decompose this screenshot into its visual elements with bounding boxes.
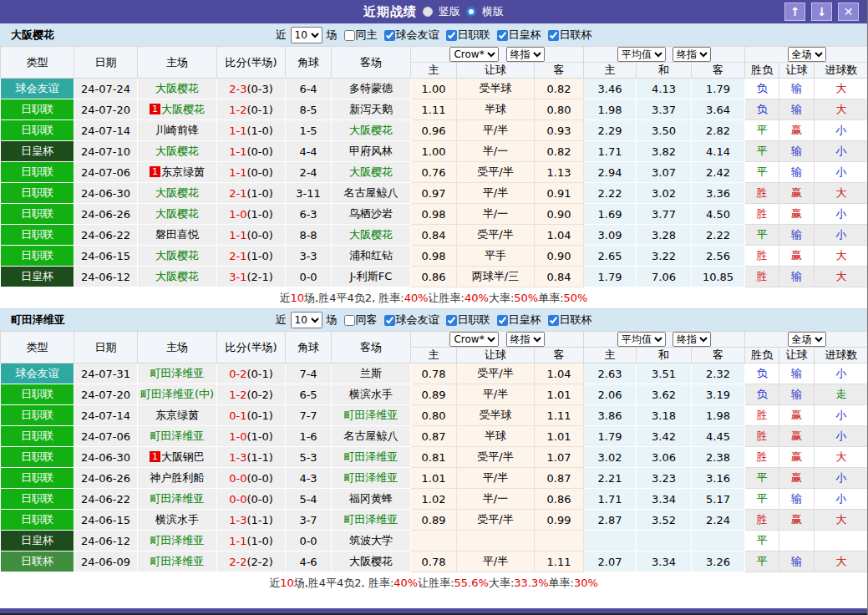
full-game-select[interactable]: 全场 — [788, 332, 826, 347]
col-result-wdl: 胜负 — [745, 63, 779, 79]
team-name: 福冈黄蜂 — [349, 492, 393, 505]
score-cell: 1-2(0-2) — [217, 384, 286, 405]
corner-cell: 8-5 — [286, 99, 332, 120]
halftime-score: (0-1) — [246, 104, 272, 116]
result-wdl-cell: 胜 — [745, 510, 779, 531]
match-row: 日职联24-06-22磐田喜悦1-1(0-0)8-8大阪樱花0.84受平/半1.… — [1, 225, 868, 246]
result-wdl-cell: 平 — [745, 489, 779, 510]
league-emperor-cup-checkbox[interactable] — [497, 315, 508, 326]
full-game-select[interactable]: 全场 — [788, 47, 826, 62]
focus-team-name: 町田泽维亚 — [150, 367, 205, 379]
odds-away-cell: 0.90 — [535, 246, 584, 267]
team-name: 筑波大学 — [349, 534, 393, 546]
focus-team-name: 大阪樱花 — [349, 228, 393, 241]
recent-count-select[interactable]: 10 — [291, 312, 322, 328]
final-index-select[interactable]: 终指 — [673, 47, 711, 62]
handicap-cell: 受平/半 — [457, 162, 535, 183]
league-j-cup-checkbox[interactable] — [548, 30, 559, 41]
rank-badge: 1 — [150, 451, 160, 462]
col-away: 客场 — [332, 47, 411, 79]
col-result-handicap: 让球 — [779, 348, 815, 363]
same-venue-checkbox[interactable] — [344, 30, 355, 41]
league-emperor-cup-checkbox[interactable] — [497, 30, 508, 41]
avg-away-cell: 2.24 — [692, 510, 745, 531]
avg-draw-cell: 3.28 — [637, 225, 692, 246]
match-row: 日职联24-06-26神户胜利船0-0(0-0)4-3町田泽维亚1.01平/半0… — [1, 468, 868, 489]
odds-away-cell: 0.90 — [535, 204, 584, 225]
move-up-button[interactable]: ↑ — [784, 3, 805, 21]
summary-text: 场,胜4平4负2, 胜率: — [294, 576, 394, 591]
handicap-cell: 半/一 — [457, 489, 535, 510]
horizontal-layout-radio[interactable] — [466, 7, 476, 17]
halftime-score: (0-0) — [246, 166, 272, 179]
col-date: 日期 — [74, 47, 138, 79]
recent-count-select[interactable]: 10 — [291, 27, 322, 43]
avg-away-cell: 4.50 — [692, 204, 745, 225]
team-name: 横滨水手 — [155, 513, 199, 526]
same-venue-checkbox[interactable] — [344, 315, 355, 326]
summary-text: 让胜率: — [418, 576, 454, 591]
league-emperor-cup-label: 日皇杯 — [509, 313, 541, 328]
avg-away-cell: 3.26 — [692, 551, 745, 572]
match-row: 日皇杯24-06-12町田泽维亚1-1(1-0)0-0筑波大学平 — [1, 531, 868, 551]
fulltime-score: 1-1 — [229, 125, 246, 137]
score-cell: 1-1(0-0) — [217, 162, 286, 183]
final-index-select[interactable]: 终指 — [506, 332, 545, 347]
league-friendly-checkbox[interactable] — [384, 30, 395, 41]
col-odds-away: 客 — [535, 63, 584, 79]
home-team-cell: 大阪樱花 — [138, 183, 217, 204]
score-cell: 1-1(0-0) — [217, 225, 286, 246]
vertical-layout-radio[interactable] — [423, 7, 433, 17]
avg-draw-cell: 3.37 — [637, 99, 692, 120]
fulltime-score: 1-1 — [229, 535, 246, 547]
result-wdl-cell: 平 — [745, 141, 779, 162]
team-name: 磐田喜悦 — [155, 228, 199, 241]
bookmaker-select[interactable]: Crow* — [449, 47, 499, 62]
avg-away-cell: 5.17 — [692, 489, 745, 510]
corner-cell: 0-0 — [286, 531, 332, 551]
average-select[interactable]: 平均值 — [617, 332, 666, 347]
score-cell: 1-3(1-1) — [217, 510, 286, 531]
odds-away-cell: 1.01 — [535, 426, 584, 447]
match-row: 日职联24-06-22町田泽维亚0-0(0-0)5-4福冈黄蜂1.02半/一0.… — [1, 489, 868, 510]
odds-home-cell: 1.00 — [411, 141, 457, 162]
type-cell: 日职联 — [1, 447, 74, 468]
col-home: 主场 — [138, 332, 217, 363]
score-cell: 1-0(1-0) — [217, 204, 286, 225]
fulltime-score: 0-0 — [229, 472, 246, 485]
fulltime-score: 1-1 — [229, 229, 246, 241]
avg-away-cell: 4.14 — [692, 141, 745, 162]
home-team-cell: 町田泽维亚 — [138, 426, 217, 447]
bookmaker-select[interactable]: Crow* — [449, 332, 499, 347]
odds-home-cell — [411, 531, 457, 551]
fulltime-score: 3-1 — [229, 271, 246, 283]
average-select[interactable]: 平均值 — [617, 47, 666, 62]
league-j-cup-checkbox[interactable] — [548, 315, 559, 326]
avg-draw-cell: 3.18 — [637, 405, 692, 426]
close-button[interactable]: ✕ — [838, 3, 859, 21]
fulltime-score: 1-2 — [229, 104, 246, 116]
away-team-cell: 町田泽维亚 — [332, 510, 411, 531]
date-cell: 24-06-22 — [74, 489, 138, 510]
score-cell: 1-1(0-0) — [217, 141, 286, 162]
final-index-select[interactable]: 终指 — [673, 332, 711, 347]
col-avg-home: 主 — [584, 348, 637, 363]
odds-away-cell: 0.82 — [535, 79, 584, 99]
league-j1-checkbox[interactable] — [446, 30, 457, 41]
final-index-select[interactable]: 终指 — [506, 47, 545, 62]
league-j1-checkbox[interactable] — [446, 315, 457, 326]
move-down-button[interactable]: ↓ — [811, 3, 832, 21]
date-cell: 24-07-10 — [74, 141, 138, 162]
summary-text: 大率: — [489, 291, 514, 306]
league-friendly-checkbox[interactable] — [384, 315, 395, 326]
date-cell: 24-07-20 — [74, 384, 138, 405]
odds-away-cell: 0.87 — [535, 468, 584, 489]
league-j-cup-label: 日联杯 — [560, 313, 592, 328]
team-name: 鸟栖沙岩 — [349, 207, 393, 220]
away-team-cell: 鸟栖沙岩 — [332, 204, 411, 225]
result-handicap-cell: 赢 — [779, 447, 815, 468]
col-avg-draw: 和 — [637, 63, 692, 79]
away-team-cell: 横滨水手 — [332, 384, 411, 405]
result-handicap-cell: 输 — [779, 141, 815, 162]
focus-team-name: 大阪樱花 — [155, 145, 199, 157]
